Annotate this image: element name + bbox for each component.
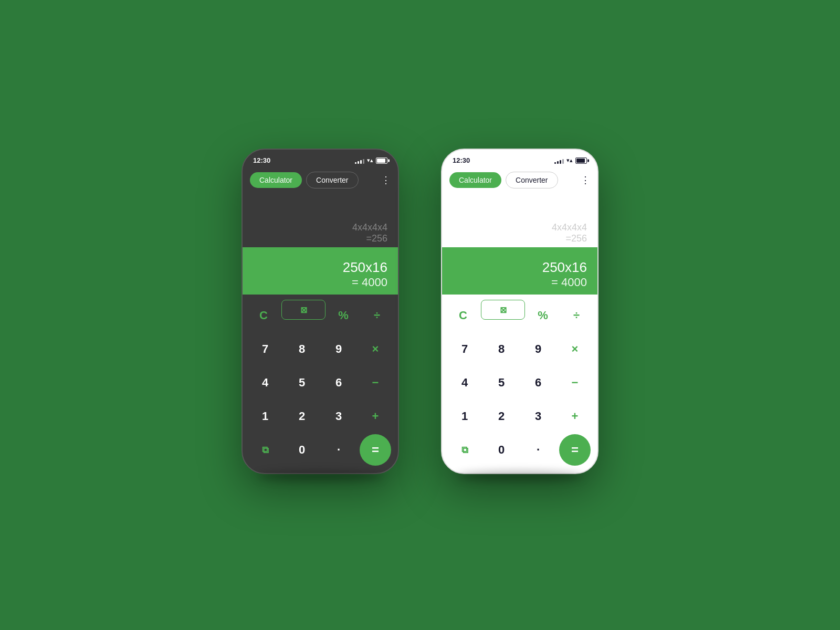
light-key-minus[interactable]: − [559,367,591,398]
light-key-7[interactable]: 7 [449,333,480,365]
dark-key-equals[interactable]: = [360,434,391,466]
light-current-result: = 4000 [551,276,587,289]
dark-key-backspace[interactable]: ⊠ [281,300,326,320]
dark-key-percent[interactable]: % [328,300,359,331]
light-time: 12:30 [453,156,470,164]
dark-display-area: 4x4x4x4 =256 [243,192,398,244]
dark-keyrow-3: 4 5 6 − [248,367,393,398]
dark-prev-expression: 4x4x4x4 [352,222,387,233]
dark-key-divide[interactable]: ÷ [361,300,393,331]
dark-key-4[interactable]: 4 [249,367,281,398]
light-tab-calculator[interactable]: Calculator [449,172,501,188]
light-key-9[interactable]: 9 [522,333,554,365]
dark-battery-icon [376,158,387,164]
light-key-copy[interactable]: ⧉ [449,434,480,466]
light-key-1[interactable]: 1 [449,401,480,432]
dark-more-button[interactable]: ⋮ [381,175,391,185]
light-key-2[interactable]: 2 [486,401,517,432]
dark-signal-icon [355,158,364,164]
light-prev-expression: 4x4x4x4 [552,222,587,233]
light-key-equals[interactable]: = [559,434,591,466]
dark-key-clear[interactable]: C [248,300,279,331]
dark-key-0[interactable]: 0 [286,434,318,466]
dark-status-icons: ▾▴ [355,157,387,164]
dark-tab-converter[interactable]: Converter [306,172,358,188]
light-keyrow-4: 1 2 3 + [447,401,592,432]
light-key-4[interactable]: 4 [449,367,480,398]
light-wifi-icon: ▾▴ [566,157,573,164]
light-phone: 12:30 ▾▴ Calculator Converter ⋮ [441,149,598,474]
dark-time: 12:30 [253,156,270,164]
light-tab-converter[interactable]: Converter [506,172,558,188]
dark-current-result: = 4000 [352,276,387,289]
dark-current-display: 250x16 = 4000 [243,247,398,295]
light-keyrow-1: C ⊠ % ÷ [447,300,592,331]
dark-keyrow-1: C ⊠ % ÷ [248,300,393,331]
dark-key-2[interactable]: 2 [286,401,318,432]
dark-phone-shadow [257,471,383,481]
dark-key-8[interactable]: 8 [286,333,318,365]
dark-status-bar: 12:30 ▾▴ [243,150,398,169]
light-phone-shadow [457,471,583,481]
light-key-dot[interactable]: · [522,434,554,466]
dark-phone: 12:30 ▾▴ Calculator Converter ⋮ [242,149,399,474]
light-status-icons: ▾▴ [554,157,587,164]
dark-current-expression: 250x16 [343,259,387,276]
light-current-expression: 250x16 [542,259,587,276]
dark-wifi-icon: ▾▴ [367,157,373,164]
dark-key-dot[interactable]: · [323,434,354,466]
light-battery-icon [575,158,587,164]
dark-key-1[interactable]: 1 [249,401,281,432]
dark-keyrow-5: ⧉ 0 · = [248,434,393,466]
light-prev-result: =256 [565,233,587,244]
dark-keyrow-4: 1 2 3 + [248,401,393,432]
light-key-8[interactable]: 8 [486,333,517,365]
light-status-bar: 12:30 ▾▴ [442,150,597,169]
light-more-button[interactable]: ⋮ [581,175,590,185]
light-key-6[interactable]: 6 [522,367,554,398]
dark-phone-wrapper: 12:30 ▾▴ Calculator Converter ⋮ [242,149,399,481]
dark-key-3[interactable]: 3 [323,401,354,432]
dark-key-minus[interactable]: − [360,367,391,398]
dark-key-5[interactable]: 5 [286,367,318,398]
dark-keyrow-2: 7 8 9 × [248,333,393,365]
light-keyrow-2: 7 8 9 × [447,333,592,365]
light-key-5[interactable]: 5 [486,367,517,398]
light-display-area: 4x4x4x4 =256 [442,192,597,244]
dark-key-9[interactable]: 9 [323,333,354,365]
light-keyrow-5: ⧉ 0 · = [447,434,592,466]
light-keypad: C ⊠ % ÷ 7 8 9 × 4 5 6 − 1 2 3 + [442,295,597,474]
light-signal-icon [554,158,564,164]
light-key-plus[interactable]: + [559,401,591,432]
light-key-backspace[interactable]: ⊠ [481,300,525,320]
light-current-display: 250x16 = 4000 [442,247,597,295]
light-tab-bar: Calculator Converter ⋮ [442,169,597,192]
dark-prev-result: =256 [366,233,387,244]
light-key-clear[interactable]: C [447,300,479,331]
dark-key-6[interactable]: 6 [323,367,354,398]
light-phone-wrapper: 12:30 ▾▴ Calculator Converter ⋮ [441,149,598,481]
light-keyrow-3: 4 5 6 − [447,367,592,398]
light-key-3[interactable]: 3 [522,401,554,432]
dark-keypad: C ⊠ % ÷ 7 8 9 × 4 5 6 − 1 2 3 + [243,295,398,474]
light-key-percent[interactable]: % [527,300,559,331]
dark-key-7[interactable]: 7 [249,333,281,365]
dark-key-copy[interactable]: ⧉ [249,434,281,466]
light-key-0[interactable]: 0 [486,434,517,466]
dark-key-multiply[interactable]: × [360,333,391,365]
light-key-divide[interactable]: ÷ [561,300,592,331]
dark-key-plus[interactable]: + [360,401,391,432]
light-key-multiply[interactable]: × [559,333,591,365]
dark-tab-calculator[interactable]: Calculator [250,172,302,188]
dark-tab-bar: Calculator Converter ⋮ [243,169,398,192]
